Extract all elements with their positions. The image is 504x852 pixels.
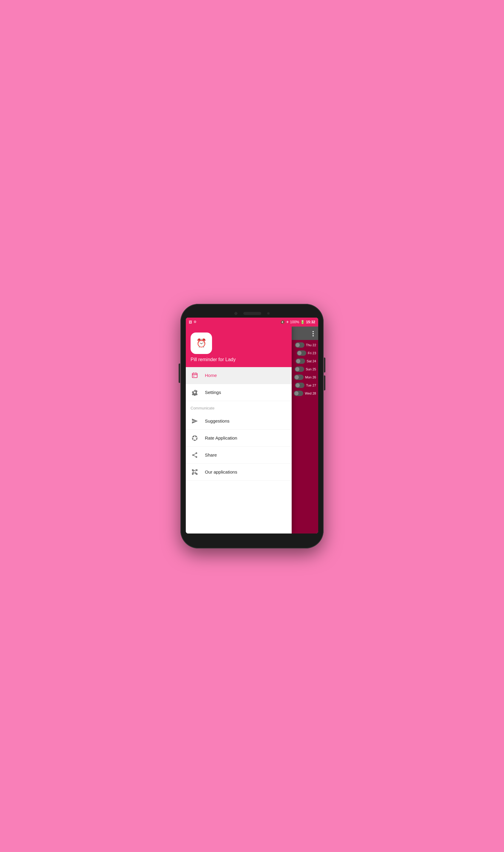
settings-label: Settings: [205, 390, 221, 395]
app-title: Pill reminder for Lady: [191, 357, 236, 362]
svg-rect-13: [196, 469, 198, 471]
share-label: Share: [205, 452, 217, 457]
screen-content: Thu 22Fri 23Sat 24Sun 25Mon 26Tue 27Wed …: [186, 327, 318, 533]
pill-toggle[interactable]: [295, 342, 305, 348]
proximity-sensor: [267, 312, 270, 314]
overflow-menu-button[interactable]: [311, 329, 315, 338]
phone-device: 🖼 ⚙ 🔇 ✈ 100% 🔋 15:32: [180, 304, 324, 548]
menu-item-share[interactable]: Share: [186, 447, 292, 464]
menu-item-suggestions[interactable]: Suggestions: [186, 413, 292, 430]
svg-rect-14: [196, 473, 198, 475]
svg-point-6: [196, 452, 197, 454]
phone-screen: 🖼 ⚙ 🔇 ✈ 100% 🔋 15:32: [186, 318, 318, 533]
status-bar-right: 🔇 ✈ 100% 🔋 15:32: [280, 320, 315, 324]
svg-point-8: [196, 456, 197, 458]
day-label: Fri 23: [308, 351, 316, 355]
battery-icon: 🔋: [300, 320, 305, 324]
day-label: Mon 26: [305, 376, 316, 379]
svg-line-9: [194, 455, 196, 457]
menu-item-settings[interactable]: Settings: [186, 384, 292, 401]
airplane-icon: ✈: [286, 320, 289, 324]
volume-down-button[interactable]: [324, 376, 325, 391]
status-bar-left: 🖼 ⚙: [189, 320, 197, 324]
svg-line-10: [194, 453, 196, 454]
day-label: Sat 24: [307, 359, 316, 363]
day-label: Thu 22: [306, 343, 316, 347]
star-icon: [191, 434, 199, 442]
clock-time: 15:32: [306, 320, 315, 324]
pill-clock-icon: ⏰: [196, 338, 207, 348]
image-icon: 🖼: [189, 320, 192, 324]
front-camera: [234, 312, 237, 315]
menu-item-rate[interactable]: Rate Application: [186, 430, 292, 447]
home-icon: [191, 371, 199, 380]
pill-toggle[interactable]: [297, 350, 306, 356]
pill-toggle[interactable]: [295, 366, 304, 372]
android-icon: ⚙: [194, 320, 197, 324]
earpiece-speaker: [244, 312, 261, 315]
home-label: Home: [205, 373, 217, 378]
mute-icon: 🔇: [280, 320, 285, 324]
pill-toggle[interactable]: [295, 359, 305, 364]
volume-up-button[interactable]: [324, 358, 325, 373]
day-label: Tue 27: [306, 383, 316, 387]
svg-rect-4: [193, 376, 194, 376]
battery-percentage: 100%: [290, 320, 300, 324]
menu-item-our-apps[interactable]: Our applications: [186, 464, 292, 481]
communicate-section-header: Communicate: [186, 401, 292, 413]
svg-point-7: [192, 454, 194, 456]
day-label: Wed 28: [305, 392, 316, 395]
svg-rect-12: [192, 473, 194, 475]
drawer-header: ⏰ Pill reminder for Lady: [186, 327, 292, 367]
svg-rect-0: [192, 373, 197, 378]
phone-bottom-bar: [186, 533, 318, 543]
pill-toggle[interactable]: [294, 391, 303, 396]
suggestions-label: Suggestions: [205, 418, 230, 423]
app-icon: ⏰: [191, 332, 212, 354]
day-label: Sun 25: [306, 367, 316, 371]
power-button[interactable]: [179, 364, 180, 383]
rate-label: Rate Application: [205, 435, 237, 440]
settings-icon: [191, 388, 199, 397]
status-bar: 🖼 ⚙ 🔇 ✈ 100% 🔋 15:32: [186, 318, 318, 327]
pill-toggle[interactable]: [294, 375, 304, 380]
pill-toggle[interactable]: [295, 383, 305, 388]
share-icon: [191, 451, 199, 459]
navigation-drawer: ⏰ Pill reminder for Lady: [186, 327, 292, 533]
apps-icon: [191, 468, 199, 476]
drawer-menu: Home Settings Communicate: [186, 367, 292, 533]
send-icon: [191, 417, 199, 425]
phone-top-bar: [186, 309, 318, 318]
our-apps-label: Our applications: [205, 469, 237, 474]
menu-item-home[interactable]: Home: [186, 367, 292, 384]
svg-rect-11: [192, 469, 194, 471]
